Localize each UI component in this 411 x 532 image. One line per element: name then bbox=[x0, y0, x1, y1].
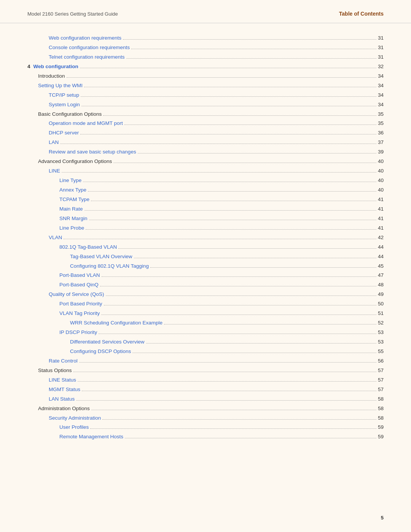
toc-dots bbox=[113, 163, 376, 163]
toc-entry: Tag-Based VLAN Overview44 bbox=[27, 252, 384, 261]
toc-entry-text: Advanced Configuration Options bbox=[38, 157, 112, 166]
toc-dots bbox=[82, 391, 376, 391]
toc-entry-text[interactable]: 802.1Q Tag-Based VLAN bbox=[59, 243, 117, 252]
toc-entry: Line Probe41 bbox=[27, 224, 384, 233]
toc-dots bbox=[64, 239, 376, 239]
toc-dots bbox=[102, 419, 376, 420]
toc-entry-text[interactable]: Main Rate bbox=[59, 205, 83, 214]
toc-entry: Introduction34 bbox=[27, 72, 384, 81]
toc-entry-text[interactable]: Configuring 802.1Q VLAN Tagging bbox=[70, 262, 149, 271]
toc-entry: 4Web configuration32 bbox=[27, 62, 384, 71]
toc-entry-text[interactable]: DHCP server bbox=[49, 129, 79, 137]
document-title: Model 2160 Series Getting Started Guide bbox=[27, 11, 118, 17]
toc-page-number: 37 bbox=[378, 138, 384, 147]
toc-entry-text[interactable]: Port Based Priority bbox=[59, 300, 102, 308]
toc-page-number: 31 bbox=[378, 43, 384, 52]
toc-page-number: 31 bbox=[378, 34, 384, 43]
page-header: Model 2160 Series Getting Started Guide … bbox=[0, 0, 411, 23]
toc-entry-text[interactable]: WRR Scheduling Configuration Example bbox=[70, 319, 162, 328]
toc-page-number: 40 bbox=[378, 167, 384, 176]
toc-entry: Console configuration requirements31 bbox=[27, 43, 384, 52]
toc-dots bbox=[123, 39, 376, 40]
toc-entry-text[interactable]: 4Web configuration bbox=[27, 62, 78, 71]
toc-entry-text[interactable]: Review and save basic setup changes bbox=[49, 148, 136, 157]
toc-dots bbox=[79, 362, 376, 363]
page: Model 2160 Series Getting Started Guide … bbox=[0, 0, 411, 532]
toc-entry-text[interactable]: Differentiated Services Overview bbox=[70, 338, 145, 347]
toc-entry-text[interactable]: SNR Margin bbox=[59, 214, 88, 223]
toc-entry: Configuring 802.1Q VLAN Tagging45 bbox=[27, 262, 384, 271]
toc-entry-text[interactable]: Tag-Based VLAN Overview bbox=[70, 252, 132, 261]
toc-entry: TCPAM Type41 bbox=[27, 195, 384, 204]
toc-entry: Status Options57 bbox=[27, 366, 384, 375]
toc-entry-text[interactable]: Setting Up the WMI bbox=[38, 81, 83, 90]
toc-dots bbox=[73, 372, 376, 372]
toc-entry-text[interactable]: LAN Status bbox=[49, 395, 75, 404]
toc-entry: Annex Type40 bbox=[27, 186, 384, 195]
toc-page-number: 35 bbox=[378, 110, 384, 119]
toc-page-number: 53 bbox=[378, 328, 384, 337]
toc-entry-text[interactable]: LAN bbox=[49, 138, 59, 147]
toc-entry-text[interactable]: MGMT Status bbox=[49, 385, 80, 394]
toc-entry-text[interactable]: Remote Management Hosts bbox=[59, 433, 123, 441]
toc-dots bbox=[132, 353, 376, 353]
toc-entry: LINE Status57 bbox=[27, 376, 384, 385]
toc-dots bbox=[80, 68, 376, 68]
toc-entry: Configuring DSCP Options55 bbox=[27, 347, 384, 356]
toc-entry-text[interactable]: TCPAM Type bbox=[59, 195, 89, 204]
toc-dots bbox=[150, 267, 376, 268]
chapter-title[interactable]: Web configuration bbox=[33, 64, 78, 69]
toc-page-number: 56 bbox=[378, 357, 384, 366]
toc-entry-text[interactable]: Line Type bbox=[59, 176, 81, 185]
toc-dots bbox=[124, 125, 376, 125]
toc-page-number: 31 bbox=[378, 53, 384, 62]
toc-entry-text[interactable]: LINE bbox=[49, 167, 60, 176]
toc-entry-text[interactable]: Security Administration bbox=[49, 414, 101, 423]
toc-entry-text[interactable]: Quality of Service (QoS) bbox=[49, 290, 104, 299]
toc-entry-text[interactable]: Port-Based VLAN bbox=[59, 271, 100, 280]
toc-entry-text[interactable]: Rate Control bbox=[49, 357, 78, 366]
toc-entry-text[interactable]: Configuring DSCP Options bbox=[70, 347, 131, 356]
toc-dots bbox=[83, 182, 376, 182]
toc-entry: Line Type40 bbox=[27, 176, 384, 185]
toc-page-number: 57 bbox=[378, 385, 384, 394]
toc-dots bbox=[80, 134, 376, 134]
toc-entry-text[interactable]: IP DSCP Priority bbox=[59, 328, 97, 337]
toc-entry-text[interactable]: Line Probe bbox=[59, 224, 84, 233]
toc-entry-text[interactable]: LINE Status bbox=[49, 376, 76, 385]
toc-entry-text[interactable]: TCP/IP setup bbox=[49, 91, 79, 100]
toc-page-number: 52 bbox=[378, 319, 384, 328]
toc-page-number: 50 bbox=[378, 300, 384, 308]
toc-entry: User Profiles59 bbox=[27, 423, 384, 432]
toc-entry-text[interactable]: VLAN bbox=[49, 233, 62, 242]
toc-dots bbox=[89, 220, 376, 220]
toc-page-number: 41 bbox=[378, 214, 384, 223]
toc-page-number: 41 bbox=[378, 195, 384, 204]
toc-entry: VLAN Tag Priority51 bbox=[27, 309, 384, 318]
toc-page-number: 41 bbox=[378, 205, 384, 214]
toc-page-number: 53 bbox=[378, 338, 384, 347]
toc-entry: LAN37 bbox=[27, 138, 384, 147]
toc-dots bbox=[118, 248, 376, 249]
toc-entry-text[interactable]: Console configuration requirements bbox=[49, 43, 130, 52]
toc-dots bbox=[86, 229, 376, 230]
toc-entry-text[interactable]: Port-Based QinQ bbox=[59, 281, 99, 289]
toc-page-number: 44 bbox=[378, 252, 384, 261]
toc-entry-text[interactable]: System Login bbox=[49, 101, 80, 109]
toc-entry: 802.1Q Tag-Based VLAN44 bbox=[27, 243, 384, 252]
toc-page-number: 59 bbox=[378, 433, 384, 441]
toc-page-number: 36 bbox=[378, 129, 384, 137]
toc-entry-text[interactable]: Web configuration requirements bbox=[49, 34, 121, 43]
toc-dots bbox=[62, 172, 376, 173]
toc-page-number: 35 bbox=[378, 119, 384, 128]
toc-entry-text[interactable]: VLAN Tag Priority bbox=[59, 309, 100, 318]
toc-entry-text[interactable]: Operation mode and MGMT port bbox=[49, 119, 123, 128]
toc-page-number: 41 bbox=[378, 224, 384, 233]
toc-entry-text[interactable]: Telnet configuration requirements bbox=[49, 53, 125, 62]
toc-entry-text[interactable]: User Profiles bbox=[59, 423, 89, 432]
toc-entry-text[interactable]: Annex Type bbox=[59, 186, 86, 195]
toc-entry: Administration Options58 bbox=[27, 404, 384, 413]
toc-entry: Quality of Service (QoS)49 bbox=[27, 290, 384, 299]
toc-page-number: 58 bbox=[378, 404, 384, 413]
toc-label: Table of Contents bbox=[339, 11, 384, 17]
